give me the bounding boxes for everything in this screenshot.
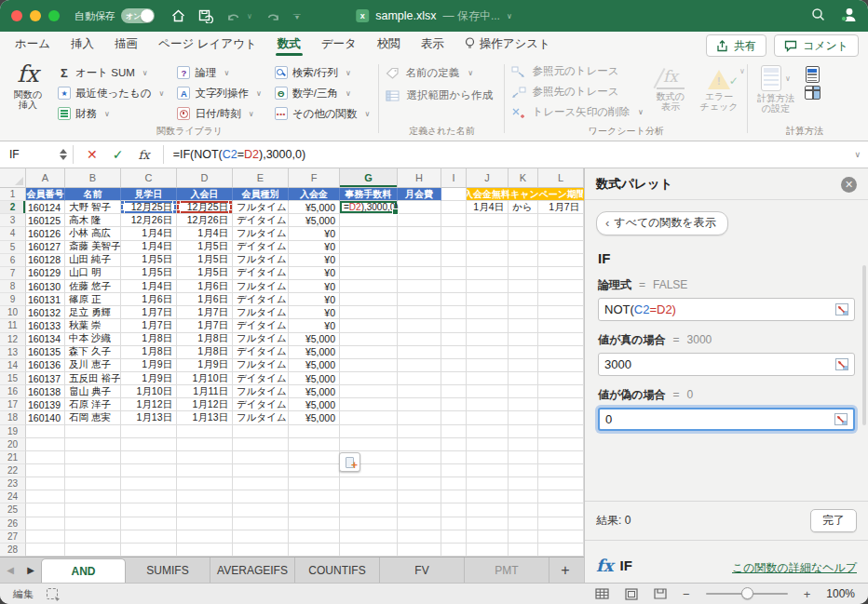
cell-D3[interactable]: 12月26日 (177, 214, 233, 227)
cell-F26[interactable] (289, 517, 340, 530)
customize-toolbar-icon[interactable]: —▼ (293, 12, 301, 20)
cell-F28[interactable] (289, 544, 340, 557)
cell-D19[interactable] (177, 425, 233, 438)
cell-K9[interactable] (509, 293, 538, 306)
cell-F11[interactable]: ¥0 (289, 319, 340, 332)
cell-C11[interactable]: 1月7日 (121, 319, 177, 332)
cell-D24[interactable] (177, 490, 233, 503)
row-header-20[interactable]: 20 (0, 438, 26, 451)
cell-F24[interactable] (289, 490, 340, 503)
cell-K18[interactable] (509, 411, 538, 424)
cell-F5[interactable]: ¥0 (289, 241, 340, 254)
cell-H10[interactable] (398, 306, 441, 319)
insert-function-icon[interactable]: fx (138, 148, 149, 162)
account-avatar[interactable] (840, 7, 857, 26)
show-all-functions-button[interactable]: ‹ すべての関数を表示 (596, 211, 728, 235)
undo-icon[interactable] (226, 10, 241, 22)
function-category-button[interactable]: Θ数学/三角 (273, 83, 373, 103)
row-header-11[interactable]: 11 (0, 319, 26, 332)
sheet-tab-SUMIFS[interactable]: SUMIFS (126, 557, 210, 583)
cell-L7[interactable] (538, 267, 584, 280)
cell-H14[interactable] (398, 359, 441, 372)
cell-A16[interactable]: 160138 (26, 385, 65, 398)
cell-H27[interactable] (398, 530, 441, 544)
cell-A21[interactable] (26, 451, 65, 464)
header-cell[interactable]: 入会金 (289, 188, 340, 201)
cell-L26[interactable] (538, 517, 584, 530)
cell-C17[interactable]: 1月12日 (121, 398, 177, 411)
cell-J27[interactable] (467, 530, 509, 544)
cell-C10[interactable]: 1月7日 (121, 306, 177, 319)
cell-A25[interactable] (26, 503, 65, 517)
cell-I28[interactable] (441, 544, 467, 557)
cell-I16[interactable] (441, 385, 467, 398)
cell-D28[interactable] (177, 544, 233, 557)
cell-D10[interactable]: 1月7日 (177, 306, 233, 319)
cell-E4[interactable]: フルタイム (233, 227, 289, 240)
cell-I21[interactable] (441, 451, 467, 464)
cell-L4[interactable] (538, 227, 584, 240)
cell-A23[interactable] (26, 477, 65, 490)
column-header-A[interactable]: A (26, 168, 65, 188)
column-header-E[interactable]: E (233, 168, 289, 188)
cell-H28[interactable] (398, 544, 441, 557)
cell-G13[interactable] (340, 346, 398, 359)
cell-H17[interactable] (398, 398, 441, 411)
cell-J5[interactable] (467, 241, 509, 254)
cell-A28[interactable] (26, 544, 65, 557)
cell-L18[interactable] (538, 411, 584, 424)
cell-A19[interactable] (26, 425, 65, 438)
cell-H26[interactable] (398, 517, 441, 530)
cell-B23[interactable] (65, 477, 121, 490)
cell-K5[interactable] (509, 241, 538, 254)
row-header-28[interactable]: 28 (0, 544, 26, 557)
cell-D18[interactable]: 1月13日 (177, 411, 233, 424)
argument-input[interactable]: 3000 (598, 353, 855, 376)
cell-D6[interactable]: 1月5日 (177, 254, 233, 267)
cell-A11[interactable]: 160133 (26, 319, 65, 332)
cell-L19[interactable] (538, 425, 584, 438)
cell-E7[interactable]: デイタイム (233, 267, 289, 280)
cell-I3[interactable] (441, 214, 467, 227)
cell-C5[interactable]: 1月4日 (121, 241, 177, 254)
cell-I19[interactable] (441, 425, 467, 438)
cell-G18[interactable] (340, 411, 398, 424)
cell-C12[interactable]: 1月8日 (121, 333, 177, 346)
row-header-3[interactable]: 3 (0, 214, 26, 227)
cell-H21[interactable] (398, 451, 441, 464)
redo-icon[interactable] (265, 10, 280, 22)
trace-command[interactable]: トレース矢印の削除 (511, 105, 643, 119)
cell-G9[interactable] (340, 293, 398, 306)
cell-C28[interactable] (121, 544, 177, 557)
column-header-H[interactable]: H (398, 168, 441, 188)
cell-D22[interactable] (177, 464, 233, 477)
cell-E19[interactable] (233, 425, 289, 438)
cell-B14[interactable]: 及川 恵子 (65, 359, 121, 372)
cell-F16[interactable]: ¥5,000 (289, 385, 340, 398)
name-box[interactable]: IF (0, 141, 73, 168)
cell-E21[interactable] (233, 451, 289, 464)
ribbon-tab[interactable]: 描画 (115, 32, 138, 56)
cell-C19[interactable] (121, 425, 177, 438)
cell-I27[interactable] (441, 530, 467, 544)
column-header-D[interactable]: D (177, 168, 233, 188)
cell-H6[interactable] (398, 254, 441, 267)
cell-A27[interactable] (26, 530, 65, 544)
cell-G6[interactable] (340, 254, 398, 267)
function-category-button[interactable]: •••その他の関数 (273, 103, 373, 124)
column-header-F[interactable]: F (289, 168, 340, 188)
zoom-out-button[interactable]: − (683, 587, 690, 601)
cell-B3[interactable]: 高木 隆 (65, 214, 121, 227)
cell-L14[interactable] (538, 359, 584, 372)
cell-K8[interactable] (509, 280, 538, 293)
cell-A4[interactable]: 160126 (26, 227, 65, 240)
cell-D14[interactable]: 1月9日 (177, 359, 233, 372)
cell-K4[interactable] (509, 227, 538, 240)
cell-A10[interactable]: 160132 (26, 306, 65, 319)
row-header-19[interactable]: 19 (0, 425, 26, 438)
cell-D4[interactable]: 1月4日 (177, 227, 233, 240)
row-header-1[interactable]: 1 (0, 188, 26, 201)
cell-C9[interactable]: 1月6日 (121, 293, 177, 306)
cell-D12[interactable]: 1月8日 (177, 333, 233, 346)
cell-J20[interactable] (467, 438, 509, 451)
